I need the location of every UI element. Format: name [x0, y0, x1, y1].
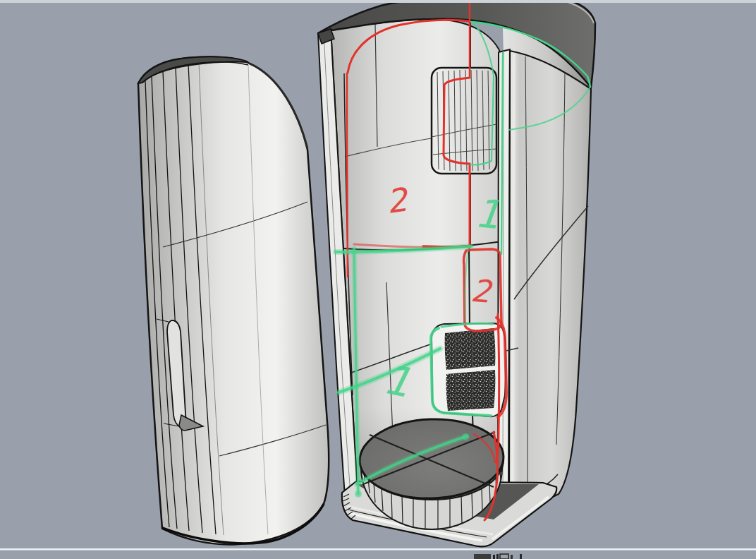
perforated-block-top: [445, 328, 496, 370]
perforated-block-bottom: [446, 370, 496, 411]
vent-grille[interactable]: [432, 68, 496, 174]
annotation-mark-upper-right: 1: [472, 190, 502, 238]
viewport-canvas[interactable]: 2 1 2 1: [0, 0, 756, 559]
cad-application-window: 2 1 2 1: [0, 0, 756, 559]
speaker-panel[interactable]: [432, 323, 506, 416]
left-shell-part[interactable]: [138, 56, 329, 544]
left-shell-body[interactable]: [138, 56, 329, 544]
viewport-bottom-border: [0, 548, 756, 551]
viewport-top-border: [0, 0, 756, 3]
